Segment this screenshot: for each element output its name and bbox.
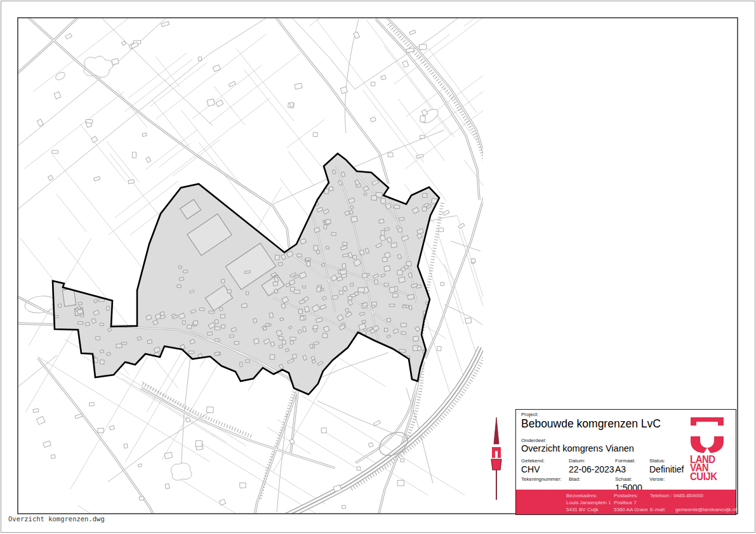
email-label: E-mail: — [650, 507, 666, 512]
land-van-cuijk-logo-icon: LAND VAN CUIJK — [687, 417, 728, 483]
project-title: Bebouwde komgrenzen LvC — [521, 417, 661, 431]
bezoekadres-label: Bezoekadres: — [566, 493, 597, 498]
field-blad-label: Blad: — [569, 476, 580, 482]
field-datum-label: Datum: — [569, 458, 585, 464]
field-tekeningnummer-label: Tekeningnummer: — [521, 476, 562, 482]
bezoekadres-line2: 5431 BV Cuijk — [566, 507, 599, 512]
bezoekadres-line1: Louis Jansenplein 1 — [566, 500, 611, 505]
title-block: Project: Bebouwde komgrenzen LvC Onderde… — [515, 409, 736, 515]
north-arrow-icon — [487, 414, 505, 504]
onderdeel-label: Onderdeel: — [521, 438, 547, 443]
project-label: Project: — [521, 412, 538, 417]
field-schaal-label: Schaal: — [615, 476, 632, 482]
postadres-line2: 5360 AA Grave — [614, 507, 648, 512]
postadres-label: Postadres: — [614, 493, 638, 498]
logo-line3: CUIJK — [690, 472, 717, 481]
postadres-line1: Postbus 7 — [614, 500, 637, 505]
drawing-filename-label: Overzicht komgrenzen.dwg — [8, 515, 105, 523]
field-status-value: Definitief — [649, 464, 684, 474]
email-value: gemeente@landvancuijk.nl — [675, 507, 736, 512]
field-versie-label: Versie: — [649, 476, 665, 482]
telefoon-text: Telefoon : 0485-854000 — [650, 493, 703, 498]
title-block-footer: Bezoekadres: Louis Jansenplein 1 5431 BV… — [516, 490, 736, 514]
field-formaat-label: Formaat: — [615, 458, 635, 464]
drawing-page: Project: Bebouwde komgrenzen LvC Onderde… — [0, 0, 756, 534]
onderdeel-title: Overzicht komgrens Vianen — [521, 443, 634, 453]
field-getekend-value: CHV — [521, 464, 540, 474]
field-datum-value: 22-06-2023 — [569, 464, 614, 474]
field-getekend-label: Getekend: — [521, 458, 545, 464]
field-status-label: Status: — [649, 458, 665, 464]
logo-text: LAND VAN CUIJK — [690, 455, 717, 481]
field-formaat-value: A3 — [615, 464, 626, 474]
